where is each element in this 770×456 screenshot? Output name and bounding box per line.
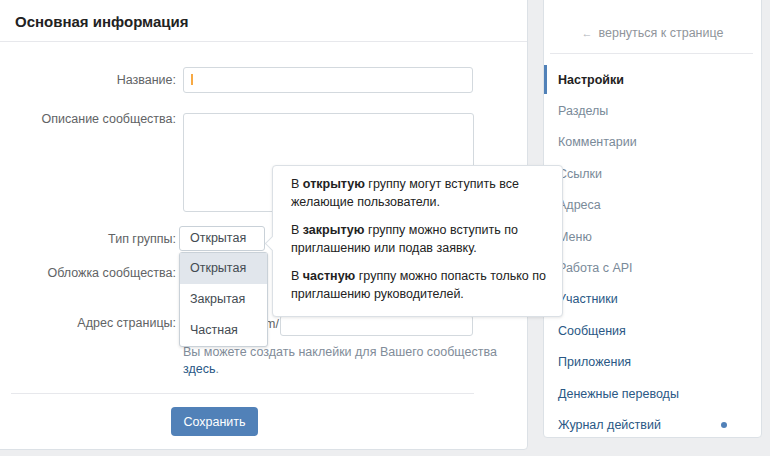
dropdown-option-open[interactable]: Открытая bbox=[180, 253, 267, 284]
sidebar-item-action-log[interactable]: Журнал действий bbox=[544, 409, 761, 440]
text-cursor bbox=[191, 74, 193, 85]
page-title: Основная информация bbox=[15, 13, 189, 30]
address-input[interactable] bbox=[280, 315, 473, 336]
dropdown-option-private[interactable]: Частная bbox=[180, 315, 267, 346]
back-to-page-link[interactable]: ←вернуться к странице bbox=[544, 26, 761, 40]
stickers-here-link[interactable]: здесь bbox=[183, 362, 215, 376]
group-type-tooltip: В открытую группу могут вступить все жел… bbox=[272, 165, 563, 317]
stickers-hint: Вы можете создать наклейки для Вашего со… bbox=[183, 344, 503, 378]
sidebar-item-apps[interactable]: Приложения bbox=[544, 347, 761, 378]
tooltip-paragraph-open: В открытую группу могут вступить все жел… bbox=[291, 176, 552, 211]
back-arrow-icon: ← bbox=[582, 27, 593, 39]
dropdown-option-closed[interactable]: Закрытая bbox=[180, 284, 267, 315]
group-type-label: Тип группы: bbox=[0, 232, 176, 246]
sidebar-divider bbox=[550, 53, 753, 54]
sidebar-item-messages[interactable]: Сообщения bbox=[544, 315, 761, 346]
group-type-dropdown: Открытая Закрытая Частная bbox=[179, 252, 268, 347]
name-input[interactable] bbox=[183, 67, 473, 93]
sidebar-item-sections[interactable]: Разделы bbox=[544, 95, 761, 126]
group-type-select[interactable]: Открытая bbox=[179, 226, 265, 251]
address-label: Адрес страницы: bbox=[0, 316, 176, 330]
tooltip-paragraph-closed: В закрытую группу можно вступить по приг… bbox=[291, 222, 552, 257]
name-label: Название: bbox=[0, 73, 176, 87]
sidebar-item-members[interactable]: Участники bbox=[544, 284, 761, 315]
new-actions-dot-icon bbox=[721, 422, 727, 428]
sidebar-item-comments[interactable]: Комментарии bbox=[544, 127, 761, 158]
sidebar-item-menu[interactable]: Меню bbox=[544, 221, 761, 252]
sidebar-panel: ←вернуться к странице Настройки Разделы … bbox=[543, 0, 762, 438]
footer-divider bbox=[11, 393, 474, 394]
tooltip-paragraph-private: В частную группу можно попасть только по… bbox=[291, 268, 552, 303]
sidebar-item-money-transfers[interactable]: Денежные переводы bbox=[544, 378, 761, 409]
save-button[interactable]: Сохранить bbox=[171, 407, 258, 436]
header-divider bbox=[0, 41, 527, 42]
sidebar-item-settings[interactable]: Настройки bbox=[544, 64, 761, 95]
sidebar-nav: Настройки Разделы Комментарии Ссылки Адр… bbox=[544, 64, 761, 441]
sidebar-item-links[interactable]: Ссылки bbox=[544, 158, 761, 189]
description-label: Описание сообщества: bbox=[0, 112, 176, 126]
cover-label: Обложка сообщества: bbox=[0, 266, 176, 280]
sidebar-item-api[interactable]: Работа с API bbox=[544, 252, 761, 283]
sidebar-item-addresses[interactable]: Адреса bbox=[544, 190, 761, 221]
stickers-hint-period: . bbox=[215, 362, 218, 376]
